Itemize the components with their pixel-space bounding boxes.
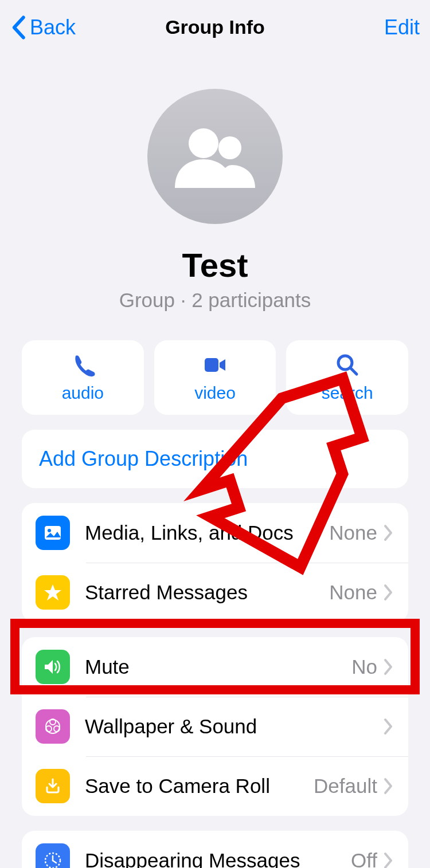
starred-value: None	[329, 581, 377, 604]
group-subtitle: Group · 2 participants	[0, 289, 430, 312]
back-button[interactable]: Back	[10, 15, 76, 40]
media-links-docs-row[interactable]: Media, Links, and Docs None	[22, 503, 408, 563]
wallpaper-icon	[36, 709, 70, 744]
search-button[interactable]: search	[286, 340, 408, 415]
group-avatar[interactable]	[147, 89, 283, 224]
wallpaper-label: Wallpaper & Sound	[85, 715, 377, 738]
media-icon	[36, 516, 70, 550]
starred-messages-row[interactable]: Starred Messages None	[22, 563, 408, 622]
search-label: search	[322, 383, 373, 403]
video-call-button[interactable]: video	[154, 340, 276, 415]
group-silhouette-icon	[175, 125, 255, 188]
disappearing-messages-row[interactable]: Disappearing Messages Off	[22, 831, 408, 868]
svg-point-6	[48, 529, 51, 532]
disappearing-value: Off	[351, 849, 377, 868]
svg-point-1	[218, 136, 241, 159]
timer-icon	[36, 843, 70, 868]
save-label: Save to Camera Roll	[85, 775, 314, 798]
chevron-right-icon	[383, 717, 394, 736]
mute-row[interactable]: Mute No	[22, 637, 408, 697]
download-icon	[36, 769, 70, 803]
group-name: Test	[0, 246, 430, 284]
chevron-right-icon	[383, 777, 394, 795]
save-camera-roll-row[interactable]: Save to Camera Roll Default	[22, 756, 408, 816]
video-call-label: video	[194, 383, 236, 403]
audio-call-label: audio	[62, 383, 104, 403]
wallpaper-sound-row[interactable]: Wallpaper & Sound	[22, 697, 408, 756]
edit-button[interactable]: Edit	[384, 15, 420, 40]
svg-rect-2	[205, 358, 218, 372]
svg-line-4	[350, 368, 357, 374]
chevron-right-icon	[383, 583, 394, 602]
chevron-right-icon	[383, 851, 394, 868]
media-value: None	[329, 521, 377, 544]
svg-point-0	[189, 128, 218, 158]
svg-rect-5	[45, 526, 61, 540]
starred-label: Starred Messages	[85, 581, 329, 604]
video-icon	[202, 352, 228, 378]
audio-call-button[interactable]: audio	[22, 340, 144, 415]
chevron-right-icon	[383, 524, 394, 542]
search-icon	[335, 352, 360, 378]
mute-label: Mute	[85, 655, 351, 678]
speaker-icon	[36, 650, 70, 684]
chevron-right-icon	[383, 658, 394, 676]
add-group-description-button[interactable]: Add Group Description	[22, 430, 408, 488]
disappearing-label: Disappearing Messages	[85, 849, 351, 868]
media-label: Media, Links, and Docs	[85, 521, 329, 544]
save-value: Default	[314, 775, 377, 798]
back-label: Back	[30, 15, 76, 40]
star-icon	[36, 575, 70, 610]
mute-value: No	[351, 655, 377, 678]
chevron-left-icon	[10, 15, 26, 40]
phone-icon	[70, 352, 95, 378]
